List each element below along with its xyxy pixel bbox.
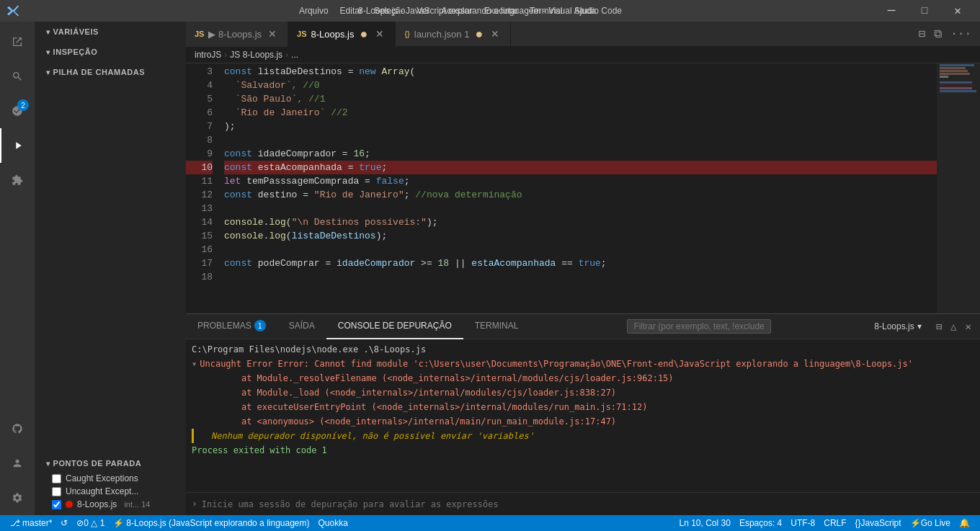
status-debug-session[interactable]: ⚡ 8-Loops.js (JavaScript explorando a li… bbox=[109, 515, 313, 531]
status-git-branch[interactable]: ⎇ master* bbox=[6, 515, 56, 531]
code-line-11: let temPasssagemComprada = false; bbox=[224, 174, 937, 188]
layout-toggle[interactable]: ⊟ bbox=[916, 25, 929, 43]
panel-maximize-icon[interactable]: △ bbox=[948, 319, 959, 334]
panel-file-name: 8-Loops.js bbox=[874, 321, 914, 331]
caught-exceptions-checkbox[interactable] bbox=[52, 474, 61, 483]
panel-split-icon[interactable]: ⊟ bbox=[933, 319, 945, 334]
code-line-6: `Rio de Janeiro` //2 bbox=[224, 106, 937, 120]
language-label: JavaScript bbox=[861, 518, 901, 528]
panel-file-label: 8-Loops.js ▾ bbox=[868, 321, 927, 331]
debug-session-label: 8-Loops.js (JavaScript explorando a ling… bbox=[126, 518, 309, 528]
menu-arquivo[interactable]: Arquivo bbox=[295, 4, 333, 17]
panel-tab-output[interactable]: SAÍDA bbox=[277, 314, 326, 339]
tab-editor-close[interactable]: ✕ bbox=[373, 27, 386, 40]
breakpoints-header[interactable]: ▾ PONTOS DE PARADA bbox=[35, 456, 186, 470]
status-line-endings[interactable]: CRLF bbox=[819, 515, 850, 531]
uncaught-exceptions-checkbox[interactable] bbox=[52, 487, 61, 496]
breakpoint-file-sub: int... 14 bbox=[124, 500, 150, 509]
console-warning-line: Nenhum depurador disponível, não é possí… bbox=[192, 429, 980, 443]
activity-search[interactable] bbox=[0, 59, 35, 94]
code-content[interactable]: const listaDeDestinos = new Array( `Salv… bbox=[218, 63, 937, 313]
tab-launch-label: launch.json 1 bbox=[414, 29, 470, 40]
tab-run[interactable]: JS ▶ 8-Loops.js ✕ bbox=[186, 22, 288, 47]
breakpoint-file-checkbox[interactable] bbox=[52, 500, 61, 509]
status-sync[interactable]: ↺ bbox=[56, 515, 72, 531]
panel-tab-debug-label: CONSOLE DE DEPURAÇÃO bbox=[338, 321, 452, 331]
code-line-14: console.log("\n Destinos possíveis:"); bbox=[224, 215, 937, 229]
tab-editor[interactable]: JS 8-Loops.js ● ✕ bbox=[288, 22, 396, 47]
breadcrumb-file[interactable]: JS 8-Loops.js bbox=[230, 50, 282, 60]
uncaught-exceptions-label: Uncaught Except... bbox=[66, 486, 138, 496]
code-editor[interactable]: 3 4 5 6 7 8 9 10 11 12 13 14 15 16 17 18… bbox=[186, 63, 980, 313]
activity-explorer[interactable] bbox=[0, 24, 35, 59]
split-editor[interactable]: ⧉ bbox=[931, 26, 945, 43]
errors-label: 0 △ 1 bbox=[84, 518, 104, 528]
status-errors[interactable]: ⊘ 0 △ 1 bbox=[72, 515, 109, 531]
variables-header[interactable]: ▾ VARIÁVEIS bbox=[35, 24, 186, 39]
callstack-header[interactable]: ▾ PILHA DE CHAMADAS bbox=[35, 65, 186, 79]
inspection-label: INSPEÇÃO bbox=[53, 48, 98, 56]
breadcrumb-sep2: › bbox=[285, 50, 288, 60]
callstack-label: PILHA DE CHAMADAS bbox=[53, 68, 146, 76]
panel-tab-output-label: SAÍDA bbox=[289, 321, 315, 331]
code-line-18 bbox=[224, 270, 937, 284]
debug-session-icon: ⚡ bbox=[113, 518, 124, 528]
status-encoding[interactable]: UTF-8 bbox=[786, 515, 819, 531]
panel-tab-terminal-label: TERMINAL bbox=[475, 321, 519, 331]
panel-close-icon[interactable]: ✕ bbox=[963, 319, 974, 334]
inspection-header[interactable]: ▾ INSPEÇÃO bbox=[35, 45, 186, 59]
panel-tab-debug-console[interactable]: CONSOLE DE DEPURAÇÃO bbox=[326, 314, 463, 339]
titlebar: Arquivo Editar Seleção Ver Acessar Execu… bbox=[0, 0, 980, 22]
status-language[interactable]: {} JavaScript bbox=[851, 515, 906, 531]
debug-console-input[interactable] bbox=[202, 499, 974, 509]
git-branch-label: master* bbox=[22, 518, 52, 528]
activity-github[interactable] bbox=[0, 411, 35, 446]
panel-tab-problems[interactable]: PROBLEMAS 1 bbox=[186, 314, 277, 339]
titlebar-left bbox=[6, 4, 20, 18]
debug-prompt-icon: › bbox=[192, 499, 197, 509]
code-line-15: console.log(listaDeDestinos); bbox=[224, 229, 937, 243]
sidebar: ▾ VARIÁVEIS ▾ INSPEÇÃO ▾ PILHA DE CHAMAD… bbox=[35, 22, 186, 515]
status-go-live[interactable]: ⚡ Go Live bbox=[906, 515, 955, 531]
tab-run-close[interactable]: ✕ bbox=[266, 27, 279, 40]
tab-editor-dot: ● bbox=[360, 27, 368, 42]
tab-launch-close[interactable]: ✕ bbox=[489, 27, 502, 40]
expand-icon[interactable]: ▾ bbox=[192, 357, 197, 370]
code-line-12: const destino = "Rio de Janeiro"; //nova… bbox=[224, 188, 937, 202]
inspection-chevron: ▾ bbox=[46, 48, 50, 56]
status-cursor-pos[interactable]: Ln 10, Col 30 bbox=[674, 515, 734, 531]
minimize-button[interactable]: ─ bbox=[875, 0, 908, 22]
activity-source-control[interactable]: 2 bbox=[0, 94, 35, 128]
code-line-3: const listaDeDestinos = new Array( bbox=[224, 65, 937, 79]
close-button[interactable]: ✕ bbox=[941, 0, 974, 22]
status-quokka[interactable]: Quokka bbox=[314, 515, 352, 531]
breadcrumb-more[interactable]: ... bbox=[291, 50, 298, 60]
breakpoints-label: PONTOS DE PARADA bbox=[53, 459, 142, 468]
activity-extensions[interactable] bbox=[0, 163, 35, 197]
panel-filter-input[interactable] bbox=[627, 319, 771, 334]
go-live-icon: ⚡ bbox=[910, 518, 921, 528]
maximize-button[interactable]: □ bbox=[908, 0, 941, 22]
window-controls[interactable]: ─ □ ✕ bbox=[875, 0, 974, 22]
status-indent[interactable]: Espaços: 4 bbox=[735, 515, 786, 531]
panel-tab-terminal[interactable]: TERMINAL bbox=[463, 314, 530, 339]
status-bar: ⎇ master* ↺ ⊘ 0 △ 1 ⚡ 8-Loops.js (JavaSc… bbox=[0, 515, 980, 531]
go-live-label: Go Live bbox=[921, 518, 950, 528]
tabs-bar: JS ▶ 8-Loops.js ✕ JS 8-Loops.js ● ✕ {} l… bbox=[186, 22, 980, 47]
panel-file-chevron[interactable]: ▾ bbox=[917, 321, 922, 331]
breakpoint-dot bbox=[66, 501, 73, 508]
minimap bbox=[937, 63, 980, 313]
activity-settings[interactable] bbox=[0, 481, 35, 515]
activity-run[interactable] bbox=[0, 128, 35, 163]
more-actions[interactable]: ··· bbox=[948, 26, 974, 42]
tab-launch[interactable]: {} launch.json 1 ● ✕ bbox=[396, 22, 511, 47]
breadcrumb-introjs[interactable]: introJS bbox=[195, 50, 221, 60]
console-exit-line: Process exited with code 1 bbox=[186, 443, 980, 458]
panel-right-actions: ⊟ △ ✕ bbox=[927, 319, 980, 334]
status-notifications[interactable]: 🔔 bbox=[955, 515, 974, 531]
console-error-detail-2: at Module._load (<node_internals>/intern… bbox=[186, 385, 980, 400]
encoding-label: UTF-8 bbox=[790, 518, 815, 528]
tab-launch-icon: {} bbox=[404, 30, 409, 38]
editor-area: JS ▶ 8-Loops.js ✕ JS 8-Loops.js ● ✕ {} l… bbox=[186, 22, 980, 515]
activity-account[interactable] bbox=[0, 446, 35, 481]
